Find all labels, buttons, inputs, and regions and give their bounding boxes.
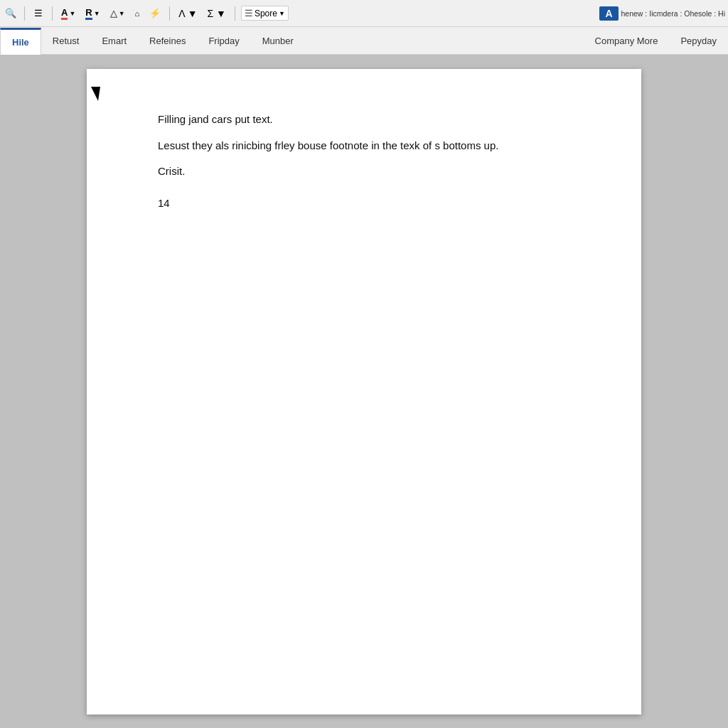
lambda-button[interactable]: Λ ▼ xyxy=(176,6,200,21)
format-button[interactable]: ⚡ xyxy=(146,6,164,20)
account-info-text: henew : Iicmdera : Ohesole : Hi xyxy=(621,9,725,18)
sigma-button[interactable]: Σ ▼ xyxy=(205,6,229,21)
separator-2 xyxy=(52,6,53,21)
tab-refeines[interactable]: Refeines xyxy=(138,27,197,54)
spore-label: Spore xyxy=(255,9,277,18)
paragraph-1: Filling jand cars put text. xyxy=(158,112,584,128)
separator-3 xyxy=(169,6,170,21)
tab-fripday[interactable]: Fripday xyxy=(197,27,250,54)
indent-icon[interactable]: ☰ xyxy=(31,6,46,21)
toolbar-top-left: 🔍 ☰ A ▼ R ▼ △ ▼ ⌂ ⚡ xyxy=(3,6,596,21)
paragraph-3: Crisit. xyxy=(158,164,584,180)
ribbon-tabs: Hile Retust Emart Refeines Fripday Munbe… xyxy=(0,27,728,54)
tab-emart[interactable]: Emart xyxy=(90,27,138,54)
search-icon[interactable]: 🔍 xyxy=(3,6,18,21)
shape-button[interactable]: ⌂ xyxy=(132,8,143,19)
page-number: 14 xyxy=(158,197,584,209)
tab-company-more[interactable]: Company More xyxy=(584,27,670,54)
document-page[interactable]: Filling jand cars put text. Lesust they … xyxy=(87,69,641,714)
paragraph-2: Lesust they als rinicbing frley bouse fo… xyxy=(158,138,584,154)
tab-pepyday[interactable]: Pepyday xyxy=(669,27,728,54)
font-color-button[interactable]: A ▼ xyxy=(58,6,78,21)
highlight-button[interactable]: △ ▼ xyxy=(107,6,128,20)
toolbar-top-right: A henew : Iicmdera : Ohesole : Hi xyxy=(599,6,725,21)
document-container: Filling jand cars put text. Lesust they … xyxy=(0,55,728,728)
separator-1 xyxy=(24,6,25,21)
tab-retust[interactable]: Retust xyxy=(41,27,91,54)
tab-munber[interactable]: Munber xyxy=(251,27,305,54)
account-button[interactable]: A xyxy=(599,6,618,21)
font-style-R-button[interactable]: R ▼ xyxy=(82,6,102,21)
spore-dropdown[interactable]: ☰ Spore ▼ xyxy=(241,6,289,21)
tab-hile[interactable]: Hile xyxy=(0,28,41,55)
separator-4 xyxy=(235,6,235,21)
toolbar-top: 🔍 ☰ A ▼ R ▼ △ ▼ ⌂ ⚡ xyxy=(0,0,728,27)
toolbar-area: 🔍 ☰ A ▼ R ▼ △ ▼ ⌂ ⚡ xyxy=(0,0,728,55)
